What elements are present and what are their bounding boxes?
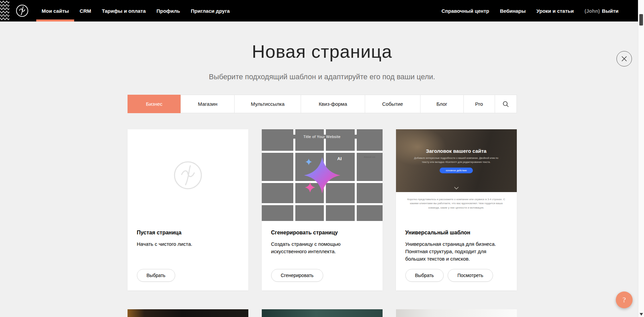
question-icon: ? bbox=[623, 296, 626, 304]
close-icon bbox=[621, 56, 627, 62]
blank-preview bbox=[128, 129, 248, 221]
preview-heading: Заголовок вашего сайта bbox=[426, 148, 486, 154]
template-card-blank[interactable]: Пустая страница Начать с чистого листа. … bbox=[128, 129, 248, 290]
collage-photo bbox=[262, 205, 293, 221]
nav-crm[interactable]: CRM bbox=[74, 0, 96, 21]
tab-event[interactable]: Событие bbox=[365, 95, 420, 113]
chevron-down-icon bbox=[454, 185, 459, 191]
tab-shop[interactable]: Магазин bbox=[181, 95, 235, 113]
template-cards-row-partial bbox=[128, 309, 517, 317]
card-description: Создать страницу с помощью искусственног… bbox=[271, 240, 373, 255]
tilda-watermark-icon bbox=[172, 160, 204, 191]
collage-photo bbox=[262, 153, 293, 181]
navbar-right-menu: Справочный центр Вебинары Уроки и статьи… bbox=[436, 0, 624, 21]
tab-quiz-form[interactable]: Квиз-форма bbox=[301, 95, 365, 113]
site-preview: Заголовок вашего сайта Добавьте интересн… bbox=[396, 129, 517, 221]
preview-body-text: Коротко представьтесь и расскажите о ком… bbox=[407, 197, 505, 210]
collage-photo bbox=[262, 183, 293, 203]
collage-site-title: Title of Your Website bbox=[262, 135, 383, 139]
template-card-ai-generate[interactable]: About us Title of Your Website bbox=[262, 129, 383, 290]
template-card-universal[interactable]: Заголовок вашего сайта Добавьте интересн… bbox=[396, 129, 517, 290]
nav-my-sites[interactable]: Мои сайты bbox=[36, 0, 74, 21]
collage-photo bbox=[295, 129, 324, 151]
template-category-tabs: Бизнес Магазин Мультиссылка Квиз-форма С… bbox=[128, 95, 517, 113]
card-description: Универсальная страница для бизнеса. Поня… bbox=[405, 240, 507, 262]
tab-pro[interactable]: Pro bbox=[463, 95, 495, 113]
tab-multilink[interactable]: Мультиссылка bbox=[234, 95, 301, 113]
search-icon bbox=[502, 101, 509, 107]
preview-subtext: Добавьте интересные подробности о вашей … bbox=[413, 156, 500, 164]
close-button[interactable] bbox=[616, 51, 632, 66]
nav-help-center[interactable]: Справочный центр bbox=[436, 0, 494, 21]
navbar-left-menu: Мои сайты CRM Тарифы и оплата Профиль Пр… bbox=[36, 0, 235, 21]
template-cards-row: Пустая страница Начать с чистого листа. … bbox=[128, 129, 517, 290]
collage-photo bbox=[357, 205, 383, 221]
card-description: Начать с чистого листа. bbox=[137, 240, 239, 248]
collage-photo bbox=[326, 129, 355, 151]
view-button[interactable]: Посмотреть bbox=[448, 269, 493, 282]
template-card-partial[interactable] bbox=[396, 309, 517, 317]
scrollbar-thumb[interactable] bbox=[639, 14, 643, 26]
card-title: Пустая страница bbox=[137, 230, 239, 236]
ai-badge: AI bbox=[333, 154, 346, 163]
generate-button[interactable]: Сгенерировать bbox=[271, 269, 324, 282]
page-title: Новая страница bbox=[0, 41, 644, 62]
page-subtitle: Выберите подходящий шаблон и адаптируйте… bbox=[0, 73, 644, 81]
tab-business[interactable]: Бизнес bbox=[128, 95, 181, 113]
collage-about-block: About us bbox=[357, 153, 383, 181]
collage-photo bbox=[262, 129, 293, 151]
choose-button[interactable]: Выбрать bbox=[405, 269, 444, 282]
zigzag-pattern-icon bbox=[0, 0, 9, 21]
collage-about-label: About us bbox=[357, 155, 383, 158]
ai-collage-preview: About us Title of Your Website bbox=[262, 129, 383, 221]
logout-label: Выйти bbox=[602, 8, 618, 14]
collage-photo bbox=[357, 129, 383, 151]
card-title: Универсальный шаблон bbox=[405, 230, 507, 236]
help-button[interactable]: ? bbox=[616, 291, 633, 308]
nav-pricing[interactable]: Тарифы и оплата bbox=[96, 0, 151, 21]
scrollbar-down-arrow[interactable] bbox=[640, 313, 643, 316]
tilda-logo-icon[interactable] bbox=[15, 4, 29, 17]
template-card-partial[interactable] bbox=[128, 309, 248, 317]
collage-photo bbox=[295, 205, 324, 221]
site-preview-body: Коротко представьтесь и расскажите о ком… bbox=[396, 192, 517, 221]
user-name: (John) bbox=[585, 8, 600, 14]
choose-button[interactable]: Выбрать bbox=[137, 269, 175, 282]
top-navbar: Мои сайты CRM Тарифы и оплата Профиль Пр… bbox=[0, 0, 644, 21]
nav-webinars[interactable]: Вебинары bbox=[495, 0, 531, 21]
nav-profile[interactable]: Профиль bbox=[151, 0, 185, 21]
collage-photo bbox=[357, 183, 383, 203]
page-scrollbar bbox=[638, 0, 644, 317]
nav-lessons[interactable]: Уроки и статьи bbox=[531, 0, 579, 21]
new-page-dialog: Новая страница Выберите подходящий шабло… bbox=[0, 41, 644, 317]
tab-search[interactable] bbox=[495, 95, 517, 113]
nav-invite-friend[interactable]: Пригласи друга bbox=[185, 0, 235, 21]
collage-photo bbox=[326, 205, 355, 221]
site-preview-hero: Заголовок вашего сайта Добавьте интересн… bbox=[396, 129, 517, 192]
tab-blog[interactable]: Блог bbox=[420, 95, 464, 113]
card-title: Сгенерировать страницу bbox=[271, 230, 373, 236]
nav-logout[interactable]: (John) Выйти bbox=[579, 0, 624, 21]
template-card-partial[interactable] bbox=[262, 309, 383, 317]
preview-cta-button: основное действие bbox=[440, 168, 473, 173]
